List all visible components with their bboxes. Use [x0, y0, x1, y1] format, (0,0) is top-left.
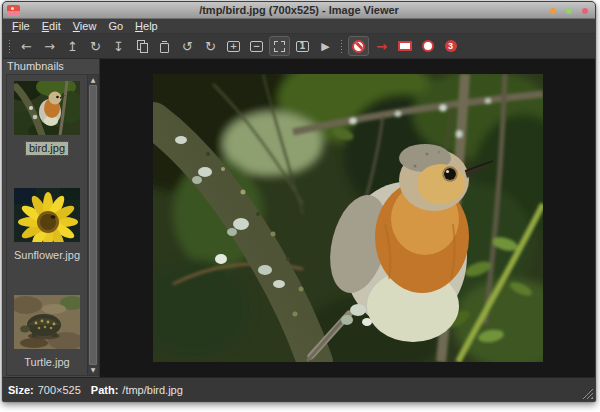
rotate-right-icon: ↻ [205, 40, 216, 53]
window-controls [550, 2, 588, 19]
actual-size-button[interactable]: 1 [292, 36, 313, 56]
image-viewer-window: /tmp/bird.jpg (700x525) - Image Viewer F… [2, 1, 596, 402]
fit-window-icon [274, 41, 285, 52]
rotate-right-button[interactable]: ↻ [200, 36, 221, 56]
thumbnail-label-turtle[interactable]: Turtle.jpg [21, 356, 72, 369]
play-icon: ▶ [321, 41, 329, 52]
scrollbar-thumb[interactable] [89, 85, 97, 365]
size-value: 700×525 [38, 384, 81, 396]
annotate-ellipse-button[interactable] [417, 36, 438, 56]
title-bar[interactable]: /tmp/bird.jpg (700x525) - Image Viewer [3, 2, 595, 19]
thumbnail-list: bird.jpg [7, 75, 87, 375]
thumbnail-panel: bird.jpg [6, 74, 99, 376]
thumbnail-sidebar: Thumbnails [3, 59, 100, 377]
image-canvas [100, 59, 595, 377]
thumbnail-item-turtle[interactable]: Turtle.jpg [14, 295, 80, 369]
thumbnail-item-sunflower[interactable]: Sunflower.jpg [11, 188, 83, 262]
zoom-in-icon: + [227, 41, 240, 52]
rotate-left-button[interactable]: ↺ [177, 36, 198, 56]
turtle-thumbnail-image [14, 295, 80, 349]
toolbar-drag-handle-2[interactable] [340, 39, 344, 54]
menu-go[interactable]: Go [102, 19, 129, 34]
zoom-in-button[interactable]: + [223, 36, 244, 56]
minimize-button[interactable] [550, 8, 556, 14]
thumbnail-item-bird[interactable]: bird.jpg [14, 81, 80, 155]
resize-grip[interactable] [582, 388, 593, 399]
red-ellipse-icon [422, 40, 434, 52]
main-image [153, 74, 543, 362]
save-icon: ↧ [113, 40, 124, 53]
annotate-counter-button[interactable]: 3 [440, 36, 461, 56]
menu-help[interactable]: Help [129, 19, 164, 34]
actual-size-icon: 1 [296, 41, 309, 52]
zoom-out-icon: − [250, 41, 263, 52]
zoom-out-button[interactable]: − [246, 36, 267, 56]
delete-button[interactable] [154, 36, 175, 56]
sunflower-thumbnail-image [14, 188, 80, 242]
menu-edit[interactable]: Edit [36, 19, 67, 34]
close-button[interactable] [582, 8, 588, 14]
open-button[interactable]: ↥ [62, 36, 83, 56]
path-label: Path: [91, 384, 119, 396]
counter-3-icon: 3 [445, 40, 457, 52]
sidebar-header: Thumbnails [3, 59, 99, 74]
no-annotation-button[interactable] [348, 36, 369, 56]
copy-button[interactable] [131, 36, 152, 56]
thumbnail-scrollbar[interactable]: ▲ ▼ [87, 75, 98, 375]
toolbar-drag-handle[interactable] [8, 39, 12, 54]
no-entry-icon [352, 40, 365, 53]
forward-icon: → [44, 40, 55, 53]
thumbnail-label-sunflower[interactable]: Sunflower.jpg [11, 249, 83, 262]
save-button[interactable]: ↧ [108, 36, 129, 56]
annotate-arrow-button[interactable]: → [371, 36, 392, 56]
maximize-button[interactable] [566, 8, 572, 14]
path-value: /tmp/bird.jpg [122, 384, 183, 396]
slideshow-button[interactable]: ▶ [315, 36, 336, 56]
reload-icon: ↻ [90, 40, 101, 53]
red-arrow-icon: → [376, 40, 387, 53]
copy-icon [137, 40, 147, 52]
scroll-up-icon[interactable]: ▲ [88, 75, 98, 85]
scroll-down-icon[interactable]: ▼ [88, 365, 98, 375]
trash-icon [160, 43, 169, 53]
open-icon: ↥ [67, 40, 78, 53]
size-label: Size: [8, 384, 34, 396]
red-rectangle-icon [398, 41, 412, 51]
rotate-left-icon: ↺ [182, 40, 193, 53]
reload-button[interactable]: ↻ [85, 36, 106, 56]
back-button[interactable]: ← [16, 36, 37, 56]
menu-view[interactable]: View [67, 19, 103, 34]
menu-file[interactable]: File [6, 19, 36, 34]
menu-bar: File Edit View Go Help [3, 19, 595, 34]
toolbar: ← → ↥ ↻ ↧ ↺ ↻ + − 1 ▶ → 3 [3, 34, 595, 59]
forward-button[interactable]: → [39, 36, 60, 56]
content-area: Thumbnails [3, 59, 595, 377]
back-icon: ← [21, 40, 32, 53]
fit-window-button[interactable] [269, 36, 290, 56]
annotate-rectangle-button[interactable] [394, 36, 415, 56]
thumbnail-label-bird[interactable]: bird.jpg [26, 142, 68, 155]
window-title: /tmp/bird.jpg (700x525) - Image Viewer [3, 2, 595, 19]
status-bar: Size: 700×525 Path: /tmp/bird.jpg [3, 377, 595, 401]
bird-thumbnail-image [14, 81, 80, 135]
